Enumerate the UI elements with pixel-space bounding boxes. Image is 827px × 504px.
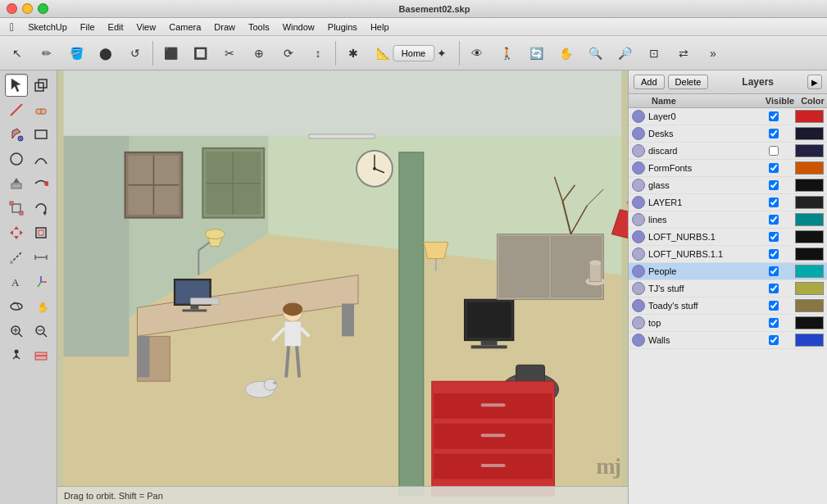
- tool-pushpull-btn[interactable]: [5, 172, 28, 195]
- tool-offset-btn[interactable]: [30, 221, 52, 244]
- menu-file[interactable]: File: [75, 20, 101, 34]
- layer-row[interactable]: discard: [629, 143, 827, 160]
- tool-component-btn[interactable]: [30, 74, 52, 97]
- layer-color-swatch[interactable]: [795, 247, 824, 261]
- layer-row[interactable]: LOFT_NURBS.1: [629, 229, 827, 246]
- tool-move[interactable]: ↕: [304, 39, 332, 67]
- tool-text-btn[interactable]: A: [5, 270, 28, 293]
- layer-color-swatch[interactable]: [795, 161, 824, 175]
- tool-tape[interactable]: ✱: [339, 39, 367, 67]
- layer-color-swatch[interactable]: [795, 299, 824, 312]
- close-button[interactable]: [7, 3, 17, 14]
- tool-dimension-btn[interactable]: [30, 246, 52, 269]
- tool-paint[interactable]: 🪣: [62, 39, 90, 67]
- tool-select[interactable]: ↖: [3, 39, 31, 67]
- layer-color-swatch[interactable]: [795, 213, 824, 226]
- apple-menu[interactable]: : [3, 20, 20, 34]
- tool-zoomextents[interactable]: ⊡: [640, 39, 668, 67]
- layer-row[interactable]: TJ's stuff: [629, 280, 827, 297]
- layer-row[interactable]: People: [629, 263, 827, 280]
- tool-circle[interactable]: ⬤: [92, 39, 120, 67]
- tool-circle-btn[interactable]: [5, 148, 28, 170]
- layer-visibility-check[interactable]: [755, 146, 792, 156]
- layer-visibility-check[interactable]: [755, 335, 792, 345]
- layer-visibility-check[interactable]: [755, 111, 792, 121]
- layer-color-swatch[interactable]: [795, 179, 824, 192]
- layer-color-swatch[interactable]: [795, 282, 824, 295]
- tool-zoomout-btn[interactable]: [30, 320, 52, 343]
- tool-orbit-btn[interactable]: [5, 295, 28, 318]
- layer-row[interactable]: LOFT_NURBS.1.1: [629, 246, 827, 263]
- layer-row[interactable]: lines: [629, 211, 827, 229]
- layer-color-swatch[interactable]: [795, 196, 824, 209]
- layer-visibility-check[interactable]: [755, 215, 792, 225]
- tool-select-btn[interactable]: [5, 74, 28, 97]
- tool-walk[interactable]: 🚶: [493, 39, 520, 67]
- menu-help[interactable]: Help: [365, 20, 395, 34]
- tool-rotate-btn[interactable]: [30, 197, 52, 220]
- layer-visibility-check[interactable]: [755, 232, 792, 242]
- minimize-button[interactable]: [22, 3, 33, 14]
- layer-row[interactable]: Toady's stuff: [629, 297, 827, 315]
- layer-visibility-check[interactable]: [755, 198, 792, 207]
- tool-zoom[interactable]: 🔍: [581, 39, 609, 67]
- menu-view[interactable]: View: [131, 20, 162, 34]
- tool-lookaround[interactable]: 👁: [463, 39, 491, 67]
- tool-pan-btn[interactable]: ✋: [30, 295, 52, 318]
- layer-visibility-check[interactable]: [755, 284, 792, 293]
- tool-scale-btn[interactable]: [5, 197, 28, 220]
- tool-eraser-btn[interactable]: [30, 98, 52, 121]
- tool-followme-btn[interactable]: [30, 172, 52, 195]
- layer-visibility-check[interactable]: [755, 318, 792, 328]
- layer-visibility-check[interactable]: [755, 163, 792, 173]
- menu-window[interactable]: Window: [277, 20, 320, 34]
- tool-pushpull[interactable]: ⬛: [157, 39, 184, 67]
- layer-color-swatch[interactable]: [795, 127, 824, 140]
- tool-pencil[interactable]: ✏: [33, 39, 61, 67]
- tool-rotate[interactable]: ⟳: [275, 39, 302, 67]
- layer-visibility-check[interactable]: [755, 249, 792, 259]
- tool-scale[interactable]: ⊕: [245, 39, 273, 67]
- tool-pan[interactable]: ✋: [552, 39, 579, 67]
- tool-tape-btn[interactable]: [5, 246, 28, 269]
- toolbar-more[interactable]: »: [699, 39, 727, 67]
- menu-camera[interactable]: Camera: [163, 20, 207, 34]
- tool-walk-btn[interactable]: [5, 344, 28, 367]
- layer-color-swatch[interactable]: [795, 144, 824, 157]
- layers-panel-arrow[interactable]: ▶: [807, 75, 822, 89]
- tool-zoomwindow[interactable]: 🔎: [611, 39, 638, 67]
- layer-row[interactable]: Layer0: [629, 108, 827, 125]
- tool-move-btn[interactable]: [5, 221, 28, 244]
- menu-tools[interactable]: Tools: [243, 20, 275, 34]
- tool-arc-btn[interactable]: [30, 148, 52, 170]
- tool-offset[interactable]: 🔲: [186, 39, 214, 67]
- layer-row[interactable]: top: [629, 315, 827, 332]
- menu-draw[interactable]: Draw: [208, 20, 241, 34]
- layer-color-swatch[interactable]: [795, 230, 824, 243]
- layer-row[interactable]: FormFonts: [629, 160, 827, 177]
- layer-color-swatch[interactable]: [795, 110, 824, 123]
- home-button[interactable]: Home: [393, 45, 434, 61]
- tool-prevnext[interactable]: ⇄: [670, 39, 697, 67]
- layer-visibility-check[interactable]: [755, 180, 792, 190]
- add-layer-button[interactable]: Add: [634, 75, 665, 89]
- maximize-button[interactable]: [38, 3, 48, 14]
- menu-sketchup[interactable]: SketchUp: [22, 20, 73, 34]
- tool-paint-btn[interactable]: [5, 123, 28, 146]
- delete-layer-button[interactable]: Delete: [668, 75, 709, 89]
- tool-arc[interactable]: ↺: [121, 39, 149, 67]
- layer-color-swatch[interactable]: [795, 265, 824, 278]
- layer-row[interactable]: glass: [629, 177, 827, 194]
- layer-row[interactable]: Walls: [629, 332, 827, 349]
- tool-section-btn[interactable]: [30, 344, 52, 367]
- tool-followme[interactable]: ✂: [216, 39, 243, 67]
- tool-orbit[interactable]: 🔄: [522, 39, 550, 67]
- tool-line-btn[interactable]: [5, 98, 28, 121]
- layer-row[interactable]: Desks: [629, 125, 827, 143]
- tool-rect-btn[interactable]: [30, 123, 52, 146]
- layer-row[interactable]: LAYER1: [629, 194, 827, 211]
- viewport[interactable]: Drag to orbit. Shift = Pan mj: [57, 70, 628, 504]
- menu-plugins[interactable]: Plugins: [322, 20, 363, 34]
- tool-zoom-btn[interactable]: [5, 320, 28, 343]
- layer-color-swatch[interactable]: [795, 334, 824, 347]
